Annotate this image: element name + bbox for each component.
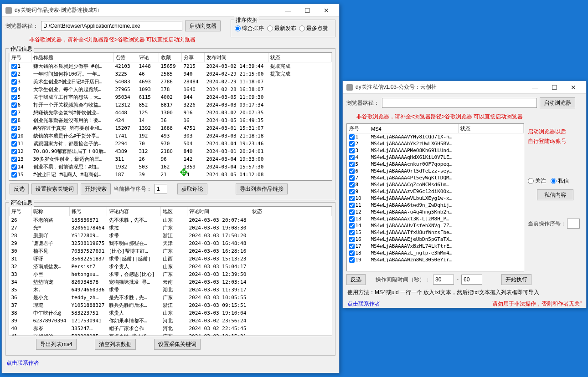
row-checkbox[interactable]: [349, 141, 355, 147]
column-header[interactable]: 地区: [161, 207, 187, 216]
table-row[interactable]: 28删删吖YS172809…求带浙江2024-03-03 17:50:20: [10, 232, 332, 239]
column-header[interactable]: 作品标题: [31, 53, 113, 62]
browser-path-input[interactable]: [41, 21, 182, 31]
row-checkbox[interactable]: [11, 95, 17, 100]
table-row[interactable]: 3MS4wLjABAAAAPMeO8Kh69lLUnd…: [347, 147, 524, 154]
sort-radio-likes[interactable]: 最多点赞: [299, 25, 328, 31]
row-checkbox[interactable]: [11, 133, 17, 139]
row-checkbox[interactable]: [349, 223, 355, 229]
start-exec-button[interactable]: 开始执行: [501, 274, 531, 285]
row-checkbox[interactable]: [11, 149, 17, 154]
close-button[interactable]: ✕: [317, 5, 335, 16]
table-row[interactable]: 2MS4wLjABAAAAhYk2zUwLXGH5BV…: [347, 140, 524, 147]
row-checkbox[interactable]: [349, 189, 355, 194]
table-row[interactable]: 15MS4wLjABAAAATfxU8ufWnzsFbe…: [347, 229, 524, 236]
row-checkbox[interactable]: [11, 157, 17, 162]
radio-dm[interactable]: 私信: [551, 178, 569, 184]
row-checkbox[interactable]: [349, 175, 355, 181]
column-header[interactable]: 状态: [268, 53, 332, 62]
contact-author-link[interactable]: 点击联系作者: [347, 300, 380, 308]
row-checkbox[interactable]: [349, 182, 355, 188]
table-row[interactable]: 35木.64974660336求带湖北2024-03-03 11:39:17: [10, 286, 332, 294]
current-seq-input[interactable]: [567, 219, 580, 229]
row-checkbox[interactable]: [349, 244, 355, 249]
table-row[interactable]: 5关于我成立工作室的想法，大…95034611540029442024-03-0…: [10, 93, 332, 101]
row-checkbox[interactable]: [11, 102, 17, 108]
browser-path-input[interactable]: [382, 98, 537, 108]
set-search-keyword-button[interactable]: 设置搜索关键词: [31, 183, 78, 194]
invert-select-button[interactable]: 反选: [10, 183, 29, 194]
start-search-button[interactable]: 开始搜索: [81, 183, 111, 194]
export-work-links-button[interactable]: 导出列表作品链接: [236, 183, 288, 194]
table-row[interactable]: 16MS4wLjABAAAAEjeUbDn5pGTaTX…: [347, 236, 524, 243]
column-header[interactable]: 评论: [137, 53, 159, 62]
close-button[interactable]: ✕: [564, 82, 583, 93]
titlebar[interactable]: dy关注私信v1.03-公众号：云创社 — ☐ ✕: [343, 81, 586, 94]
table-row[interactable]: 10缺钱的本质是什么#干货分享…17411924933032024-03-03 …: [10, 132, 332, 140]
table-row[interactable]: 12MS4wLjABAAAA-u4q4hng5Knb2h…: [347, 209, 524, 215]
column-header[interactable]: 状态: [250, 207, 332, 216]
table-row[interactable]: 14创业不易，创前请深思！#知…193250316213592024-03-04…: [10, 163, 332, 171]
table-row[interactable]: 11紧跟国家方针，都是捡金子的…2294709705042024-03-04 1…: [10, 140, 332, 148]
table-row[interactable]: 29ᷝ谦谦君子32508119675我不明白那些在…天津2024-03-03 1…: [10, 239, 332, 247]
table-row[interactable]: 5MS4wLjABAAAAcnkur0OF7qopeq…: [347, 161, 524, 168]
table-row[interactable]: 38中午吃什么@583223751求贵人山东2024-03-03 19:10:0…: [10, 309, 332, 317]
table-row[interactable]: 1270.80.90都套路出局了！00后…438931221808402024-…: [10, 148, 332, 155]
titlebar[interactable]: dy关键词作品搜索-浏览器连接成功 — ☐ ✕: [2, 4, 339, 17]
table-row[interactable]: 9MS4wLjABAAAAzvE9Gc12diK0Ox…: [347, 188, 524, 195]
row-checkbox[interactable]: [349, 168, 355, 174]
current-seq-input[interactable]: [155, 184, 167, 194]
table-row[interactable]: 30楠不见70337527691[比心]帮博主红…广东2024-03-03 16…: [10, 247, 332, 255]
column-header[interactable]: 评论内容: [107, 207, 161, 216]
table-row[interactable]: 7想赚钱先学会复制#餐饮创业…444812513009162024-03-02 …: [10, 109, 332, 117]
row-checkbox[interactable]: [349, 257, 355, 263]
column-header[interactable]: 评论时间: [187, 207, 250, 216]
row-checkbox[interactable]: [349, 237, 355, 242]
table-row[interactable]: 32济南咸盐发…Persist7求个贵人山东2024-03-03 15:04:1…: [10, 263, 332, 270]
row-checkbox[interactable]: [349, 209, 355, 215]
table-row[interactable]: 2一年时间如何挣100万。一年…32254625859402024-02-29 …: [10, 70, 332, 78]
works-table-wrap[interactable]: 序号作品标题点赞评论收藏分享发布时间状态 1赚大钱的本质就是少做事 #创…421…: [9, 52, 332, 181]
row-checkbox[interactable]: [349, 230, 355, 235]
table-row[interactable]: 18MS4wLjABAAAAzL_ngtp-e3hMm4…: [347, 250, 524, 256]
table-row[interactable]: 4大学生创业。每个人的起跑线…27965109337816402024-02-2…: [10, 86, 332, 93]
maximize-button[interactable]: ☐: [298, 5, 316, 16]
column-header[interactable]: 序号: [10, 53, 31, 62]
comments-table-wrap[interactable]: 序号昵称账号评论内容地区评论时间状态 26不老的路185836871先不求胜，先…: [9, 206, 332, 336]
column-header[interactable]: 昵称: [31, 207, 70, 216]
start-browser-button[interactable]: 启动浏览器: [540, 97, 575, 108]
interval-max-input[interactable]: [461, 275, 482, 285]
row-checkbox[interactable]: [349, 148, 355, 153]
table-row[interactable]: 40赤岺385247…帽子厂家求合作河北2024-03-02 22:45:45: [10, 325, 332, 332]
row-checkbox[interactable]: [349, 216, 355, 222]
column-header[interactable]: 账号: [70, 207, 107, 216]
get-comments-button[interactable]: 获取评论: [177, 183, 207, 194]
start-browser-button[interactable]: 启动浏览器: [185, 20, 221, 31]
table-row[interactable]: 19MS4wLjABAAAAWzn8WL3050eYir…: [347, 256, 524, 263]
table-row[interactable]: 6MS4wLjABAAAAOrl5dTeLzz-sey…: [347, 168, 524, 174]
table-row[interactable]: 13MS4wLjABAAAAxt3K-LjzM8H_P…: [347, 215, 524, 222]
table-row[interactable]: 7MS4wLjABAAAA4Pl5eyWqKlfDQM…: [347, 174, 524, 181]
minimize-button[interactable]: —: [279, 5, 297, 16]
row-checkbox[interactable]: [11, 172, 17, 178]
row-checkbox[interactable]: [349, 155, 355, 160]
export-ms4-button[interactable]: 导出列表ms4: [36, 339, 77, 350]
row-checkbox[interactable]: [11, 126, 17, 131]
sort-radio-newest[interactable]: 最新发布: [267, 25, 296, 31]
row-checkbox[interactable]: [11, 118, 17, 123]
minimize-button[interactable]: —: [526, 82, 544, 93]
row-checkbox[interactable]: [11, 141, 17, 147]
row-checkbox[interactable]: [11, 110, 17, 116]
table-row[interactable]: 15#创业日记 #电商人 #电商创…1873921242024-03-05 04…: [10, 171, 332, 178]
clear-list-button[interactable]: 清空列表数据: [95, 339, 136, 350]
row-checkbox[interactable]: [11, 64, 17, 69]
table-row[interactable]: 17MS4wLjABAAAAVxBzHL74LkTtrE…: [347, 243, 524, 250]
table-row[interactable]: 33小巨hetongxu…求带，会感恩[比心]广东2024-03-03 12:3…: [10, 270, 332, 278]
row-checkbox[interactable]: [349, 162, 355, 167]
table-row[interactable]: 11MS4wLjABAAAA6twd9n_ZwDqhij…: [347, 202, 524, 209]
column-header[interactable]: 状态: [459, 124, 524, 133]
maximize-button[interactable]: ☐: [545, 82, 563, 93]
table-row[interactable]: 1330多岁女性创业，最适合的三…31126961422024-03-04 19…: [10, 155, 332, 163]
column-header[interactable]: 点赞: [113, 53, 137, 62]
table-row[interactable]: 3美术生创业#创业日记#开店日…5408346932786284842024-0…: [10, 78, 332, 86]
